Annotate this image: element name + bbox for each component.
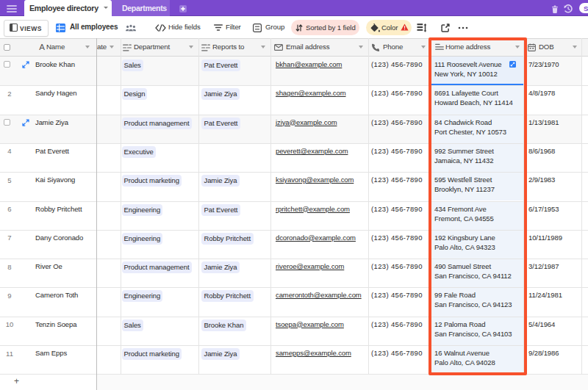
svg-text:A: A bbox=[39, 43, 45, 51]
